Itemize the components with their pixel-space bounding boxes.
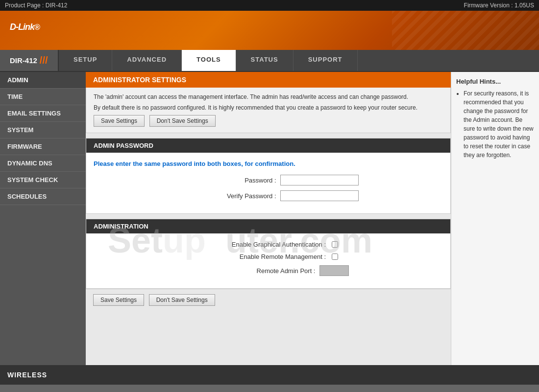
administration-content: Enable Graphical Authentication : Enable…	[86, 233, 450, 288]
administration-header: ADMINISTRATION	[86, 219, 450, 233]
confirm-text: Please enter the same password into both…	[94, 160, 443, 167]
dont-save-settings-btn-bottom[interactable]: Don't Save Settings	[149, 294, 215, 306]
graphical-auth-label: Enable Graphical Authentication :	[198, 241, 326, 248]
bottom-label: WIRELESS	[7, 371, 47, 379]
save-settings-btn-top[interactable]: Save Settings	[94, 115, 145, 127]
device-slashes: ///	[40, 55, 48, 66]
dont-save-settings-btn-top[interactable]: Don't Save Settings	[149, 115, 216, 127]
trademark-icon: ®	[34, 23, 40, 31]
remote-port-label: Remote Admin Port :	[188, 267, 316, 275]
top-bar: Product Page : DIR-412 Firmware Version …	[0, 0, 539, 11]
hints-title: Helpful Hints...	[456, 78, 534, 85]
sidebar-item-syscheck[interactable]: SYSTEM CHECK	[0, 172, 86, 188]
admin-settings-header: ADMINISTRATOR SETTINGS	[86, 72, 451, 88]
sidebar-item-system[interactable]: SYSTEM	[0, 122, 86, 138]
sidebar: ADMIN TIME EMAIL SETTINGS SYSTEM FIRMWAR…	[0, 72, 86, 365]
sidebar-item-time[interactable]: TIME	[0, 89, 86, 105]
tab-support[interactable]: SUPPORT	[294, 50, 358, 71]
administration-section: ADMINISTRATION Enable Graphical Authenti…	[86, 219, 451, 289]
graphical-auth-checkbox[interactable]	[332, 241, 338, 248]
hint-item-1: For security reasons, it is recommended …	[464, 89, 534, 160]
verify-password-row: Verify Password :	[94, 190, 443, 201]
hints-panel: Helpful Hints... For security reasons, i…	[451, 72, 539, 365]
tab-status[interactable]: STATUS	[236, 50, 294, 71]
admin-settings-body: The 'admin' account can access the manag…	[86, 88, 451, 133]
verify-password-label: Verify Password :	[178, 192, 276, 200]
verify-password-input[interactable]	[280, 190, 359, 201]
remote-mgmt-row: Enable Remote Management :	[94, 253, 443, 260]
product-label: Product Page : DIR-412	[5, 2, 67, 9]
bottom-bar: WIRELESS	[0, 365, 539, 385]
remote-mgmt-label: Enable Remote Management :	[198, 253, 326, 260]
tab-advanced[interactable]: ADVANCED	[112, 50, 182, 71]
content-area: ADMINISTRATOR SETTINGS The 'admin' accou…	[86, 72, 451, 365]
hints-text: For security reasons, it is recommended …	[456, 89, 534, 160]
sidebar-item-email[interactable]: EMAIL SETTINGS	[0, 105, 86, 122]
password-label: Password :	[178, 177, 276, 184]
admin-password-header: ADMIN PASSWORD	[86, 138, 450, 153]
password-row: Password :	[94, 175, 443, 185]
admin-settings-section: ADMINISTRATOR SETTINGS The 'admin' accou…	[86, 72, 451, 133]
admin-desc1: The 'admin' account can access the manag…	[94, 93, 443, 100]
remote-port-input[interactable]	[319, 265, 349, 276]
device-label: DIR-412 ///	[0, 50, 59, 71]
nav-tabs: DIR-412 /// SETUP ADVANCED TOOLS STATUS …	[0, 50, 539, 72]
tab-tools[interactable]: TOOLS	[182, 50, 236, 71]
main-layout: ADMIN TIME EMAIL SETTINGS SYSTEM FIRMWAR…	[0, 72, 539, 365]
firmware-label: Firmware Version : 1.05US	[464, 2, 534, 9]
tab-setup[interactable]: SETUP	[59, 50, 112, 71]
sidebar-item-firmware[interactable]: FIRMWARE	[0, 138, 86, 155]
logo-text: D-Link	[10, 22, 34, 32]
logo: D-Link®	[10, 20, 40, 41]
admin-desc2: By default there is no password configur…	[94, 104, 443, 111]
sidebar-item-schedules[interactable]: SCHEDULES	[0, 188, 86, 205]
bottom-save-row: Save Settings Don't Save Settings	[86, 289, 451, 311]
sidebar-item-admin[interactable]: ADMIN	[0, 72, 86, 89]
sidebar-item-ddns[interactable]: DYNAMIC DNS	[0, 155, 86, 172]
graphical-auth-row: Enable Graphical Authentication :	[94, 241, 443, 248]
remote-mgmt-checkbox[interactable]	[332, 254, 338, 260]
remote-port-row: Remote Admin Port :	[94, 265, 443, 276]
header: D-Link®	[0, 11, 539, 50]
password-input[interactable]	[280, 175, 359, 185]
admin-password-section: ADMIN PASSWORD Please enter the same pas…	[86, 138, 451, 214]
admin-password-content: Please enter the same password into both…	[86, 153, 450, 213]
save-settings-btn-bottom[interactable]: Save Settings	[93, 294, 144, 306]
